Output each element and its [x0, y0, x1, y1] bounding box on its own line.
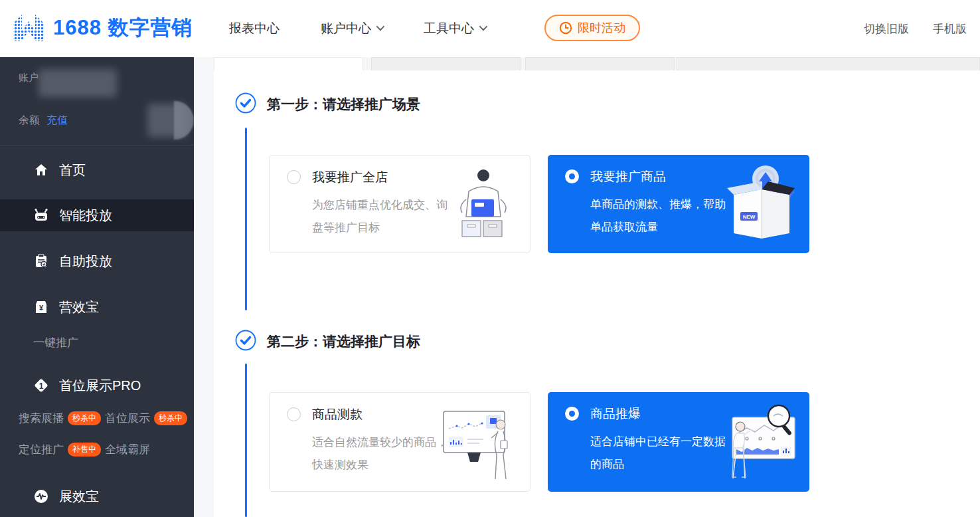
tab-4[interactable]: [677, 57, 980, 70]
balance-label: 余额: [19, 114, 40, 128]
sidebar-item-label: 营效宝: [59, 298, 99, 316]
radio-selected[interactable]: [565, 169, 579, 183]
waveform-circle-icon: [33, 488, 49, 504]
sidebar-item-position-promo[interactable]: 定位推广: [19, 442, 64, 457]
illustration-person-with-box: [442, 165, 521, 245]
sidebar-item-first-display[interactable]: 首位展示: [105, 411, 150, 426]
top-header: 1688 数字营销 报表中心 账户中心 工具中心 限时活动 切换旧版 手机版: [0, 0, 980, 57]
switch-old-version-link[interactable]: 切换旧版: [864, 21, 909, 37]
sidebar-item-label: 自助投放: [59, 253, 112, 270]
sidebar-item-home[interactable]: 首页: [0, 154, 194, 186]
activity-label: 限时活动: [578, 20, 625, 36]
card-promote-product[interactable]: 我要推广商品 单商品的测款、推爆，帮助单品获取流量 NEW: [548, 155, 809, 253]
sidebar-item-self-delivery[interactable]: 自助投放: [0, 245, 194, 277]
promo-row-search: 搜索展播 秒杀中 首位展示 秒杀中: [19, 411, 187, 426]
tabs-row: [194, 57, 980, 70]
card-title: 我要推广全店: [312, 169, 388, 186]
illustration-analytics-magnifier-person: [718, 401, 800, 484]
tab-2[interactable]: [371, 57, 521, 70]
balance-row: 余额 充值: [19, 114, 68, 128]
sidebar-item-zhanxiaobao[interactable]: 展效宝: [0, 480, 194, 512]
clipboard-icon: [33, 253, 49, 269]
step2-check-icon: [235, 330, 256, 351]
card-product-test[interactable]: 商品测款 适合自然流量较少的商品，快速测效果: [269, 392, 531, 492]
flash-sale-badge: 秒杀中: [68, 411, 101, 425]
radio-unselected[interactable]: [287, 407, 301, 421]
card-promote-whole-store[interactable]: 我要推广全店 为您店铺重点优化成交、询盘等推广目标: [269, 155, 531, 253]
card-description: 适合店铺中已经有一定数据的商品: [590, 431, 731, 476]
logo[interactable]: 1688 数字营销: [11, 10, 193, 46]
content-panel: 第一步：请选择推广场景 我要推广全店 为您店铺重点优化成交、询盘等推广目标: [214, 70, 980, 517]
tab-active[interactable]: [214, 57, 363, 70]
recharge-link[interactable]: 充值: [46, 114, 68, 128]
nav-label: 账户中心: [321, 20, 371, 37]
radio-selected[interactable]: [565, 407, 579, 421]
promo-row-position: 定位推广 补售中 全域霸屏: [19, 442, 150, 457]
shop-yen-icon: ¥: [33, 299, 49, 315]
svg-text:¥: ¥: [39, 304, 44, 312]
sidebar-item-domain-screen[interactable]: 全域霸屏: [105, 442, 150, 457]
tab-3[interactable]: [525, 57, 675, 70]
card-description: 单商品的测款、推爆，帮助单品获取流量: [590, 193, 731, 239]
card-description: 为您店铺重点优化成交、询盘等推广目标: [312, 194, 453, 239]
illustration-monitor-charts-person: [440, 402, 521, 483]
main-area: 第一步：请选择推广场景 我要推广全店 为您店铺重点优化成交、询盘等推广目标: [194, 57, 980, 517]
chevron-down-icon: [376, 22, 385, 31]
sidebar-item-smart-delivery[interactable]: 智能投放: [0, 199, 194, 231]
nav-account-center[interactable]: 账户中心: [321, 20, 382, 37]
nav-label: 报表中心: [229, 20, 280, 37]
sidebar-item-search-display[interactable]: 搜索展播: [19, 411, 64, 426]
chevron-down-icon: [479, 22, 488, 31]
logo-text: 1688 数字营销: [53, 14, 193, 42]
radio-unselected[interactable]: [287, 170, 301, 184]
account-label: 账户: [19, 72, 39, 84]
diamond-one-icon: 1: [33, 377, 49, 393]
step1-title: 第一步：请选择推广场景: [267, 95, 420, 114]
sidebar-item-label: 展效宝: [59, 488, 99, 506]
flash-sale-badge: 秒杀中: [154, 411, 187, 425]
card-title: 我要推广商品: [590, 168, 666, 185]
sidebar-item-yingxiaobao[interactable]: ¥ 营效宝: [0, 291, 194, 323]
blurred-account-name: [39, 69, 117, 97]
nav-tools-center[interactable]: 工具中心: [424, 20, 485, 37]
limited-time-activity-button[interactable]: 限时活动: [544, 15, 640, 41]
sidebar-item-label: 首页: [59, 161, 86, 179]
step1-check-icon: [235, 92, 256, 114]
sidebar-item-one-key-promo[interactable]: 一键推广: [33, 335, 78, 350]
card-title: 商品推爆: [590, 405, 641, 423]
sidebar-item-label: 智能投放: [59, 207, 112, 225]
nav-report-center[interactable]: 报表中心: [229, 20, 280, 37]
blurred-balance-decoration: [174, 101, 194, 140]
svg-text:1: 1: [39, 381, 44, 391]
restock-badge: 补售中: [68, 443, 101, 457]
illustration-open-box-signal: NEW: [720, 164, 800, 245]
sidebar-divider: [0, 145, 194, 146]
sidebar-item-first-display-pro[interactable]: 1 首位展示PRO: [0, 369, 194, 401]
clock-icon: [559, 21, 572, 35]
butterfly-logo-icon: [11, 10, 46, 46]
step1-connector-line: [245, 128, 247, 310]
card-product-boost[interactable]: 商品推爆 适合店铺中已经有一定数据的商品: [548, 392, 809, 492]
card-title: 商品测款: [312, 406, 363, 423]
sidebar-item-label: 首位展示PRO: [59, 377, 141, 395]
robot-icon: [33, 207, 49, 223]
step2-connector-line: [245, 363, 247, 517]
new-badge: NEW: [743, 214, 756, 220]
nav-label: 工具中心: [424, 20, 474, 37]
card-description: 适合自然流量较少的商品，快速测效果: [312, 431, 453, 476]
main-nav: 报表中心 账户中心 工具中心: [229, 0, 485, 57]
header-links: 切换旧版 手机版: [864, 0, 967, 57]
step2-title: 第二步：请选择推广目标: [267, 332, 420, 351]
sidebar: 账户 余额 充值 首页 智能投放: [0, 57, 194, 517]
home-icon: [33, 162, 49, 178]
mobile-version-link[interactable]: 手机版: [933, 21, 967, 37]
